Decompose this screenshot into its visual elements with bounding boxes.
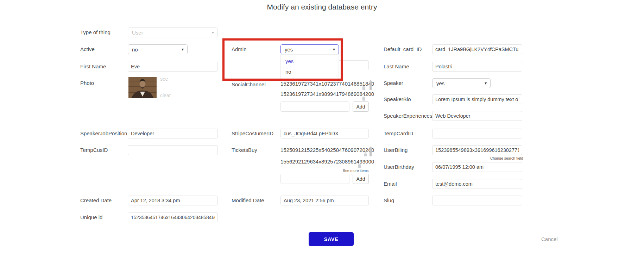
first-name-input[interactable] — [128, 62, 218, 72]
chevron-down-icon: ▾ — [485, 81, 487, 85]
chevron-down-icon: ▾ — [333, 47, 335, 51]
chevron-down-icon: ▾ — [212, 30, 214, 35]
field-label-default-card-id: Default_card_ID — [384, 44, 422, 54]
admin-option-yes[interactable]: yes — [281, 56, 339, 67]
field-label-user-birthday: UserBirthday — [384, 162, 414, 172]
tickets-buy-see-more-link[interactable]: See more items — [343, 168, 369, 173]
speaker-bio-input[interactable] — [432, 94, 522, 104]
trash-icon[interactable] — [362, 97, 366, 101]
admin-select[interactable]: yes ▾ — [280, 44, 339, 54]
tickets-buy-scrollbar[interactable] — [370, 147, 372, 156]
temp-card-id-input[interactable] — [432, 129, 522, 138]
field-label-first-name: First Name — [80, 62, 106, 71]
field-label-stripe-costumer-id: StripeCostumerID — [232, 129, 273, 138]
admin-option-no[interactable]: no — [281, 67, 339, 77]
created-date-input[interactable] — [128, 196, 218, 205]
photo-clear-link[interactable]: clear — [160, 93, 171, 98]
field-label-speaker-experiences: SpeakerExperiences — [384, 111, 432, 121]
field-label-email: Email — [384, 179, 397, 189]
slug-input[interactable] — [432, 196, 522, 205]
active-value: no — [132, 47, 138, 53]
email-input[interactable] — [432, 179, 522, 189]
admin-value: yes — [285, 47, 293, 53]
field-label-active: Active — [80, 44, 95, 54]
trash-icon[interactable] — [358, 164, 361, 168]
save-button[interactable]: SAVE — [309, 232, 354, 246]
active-select[interactable]: no ▾ — [128, 44, 188, 54]
chevron-down-icon: ▾ — [182, 47, 184, 51]
cancel-link[interactable]: Cancel — [541, 236, 558, 242]
footer-divider — [70, 225, 575, 225]
tickets-buy-new-item-input[interactable] — [280, 174, 349, 184]
default-card-id-input[interactable] — [432, 44, 522, 54]
photo-thumbnail — [128, 77, 157, 98]
type-of-thing-select: User ▾ — [128, 27, 218, 37]
social-channel-add-button[interactable]: Add — [353, 101, 369, 112]
field-label-tickets-buy: TicketsBuy — [232, 145, 257, 155]
field-label-speaker: Speaker — [384, 78, 403, 88]
unique-id-input[interactable] — [128, 212, 218, 222]
field-label-type-of-thing: Type of thing — [80, 27, 111, 37]
field-label-slug: Slug — [384, 196, 394, 205]
field-label-social-channel: SocialChannel — [232, 80, 266, 89]
user-biling-input[interactable] — [432, 145, 522, 155]
field-label-temp-card-id: TempCardID — [384, 129, 413, 138]
trash-icon[interactable] — [362, 86, 366, 90]
field-label-unique-id: Unique id — [80, 212, 102, 222]
speaker-job-position-input[interactable] — [128, 129, 218, 138]
social-channel-scrollbar[interactable] — [370, 80, 372, 90]
photo-see-link[interactable]: see — [160, 76, 168, 82]
trash-icon[interactable] — [364, 152, 367, 156]
field-label-created-date: Created Date — [80, 196, 112, 205]
field-label-temp-cus-id: TempCusID — [80, 145, 108, 155]
temp-cus-id-input[interactable] — [128, 145, 218, 155]
page-title: Modify an existing database entry — [0, 3, 644, 11]
last-name-input[interactable] — [432, 62, 522, 72]
modify-entry-form: Modify an existing database entry Type o… — [0, 0, 644, 253]
stripe-costumer-id-input[interactable] — [280, 129, 369, 138]
social-channel-item: 1523619727341x989941794869084200 — [280, 91, 374, 97]
change-search-field-link[interactable]: Change search field — [490, 156, 523, 160]
field-label-modified-date: Modified Date — [232, 196, 264, 205]
field-label-speaker-job-position: SpeakerJobPosition — [80, 129, 127, 138]
tickets-buy-item: 1525091215225x540258476090720260 — [280, 147, 374, 153]
user-birthday-input[interactable] — [432, 162, 522, 172]
field-label-admin: Admin — [232, 44, 247, 54]
field-label-photo: Photo — [80, 78, 94, 88]
field-label-user-biling: UserBiling — [384, 145, 408, 155]
admin-dropdown-panel: yes no — [280, 54, 339, 79]
speaker-select[interactable]: yes ▾ — [432, 78, 491, 88]
speaker-value: yes — [436, 80, 444, 86]
modified-date-input[interactable] — [280, 196, 369, 205]
social-channel-item: 1523619727341x107237740146851840 — [280, 81, 374, 87]
type-of-thing-value: User — [132, 30, 143, 36]
field-label-speaker-bio: SpeakerBio — [384, 94, 411, 104]
panel-left-edge — [70, 0, 70, 253]
speaker-experiences-input[interactable] — [432, 111, 522, 121]
social-channel-new-item-input[interactable] — [280, 101, 349, 112]
field-label-last-name: Last Name — [384, 62, 409, 71]
tickets-buy-add-button[interactable]: Add — [353, 174, 369, 184]
